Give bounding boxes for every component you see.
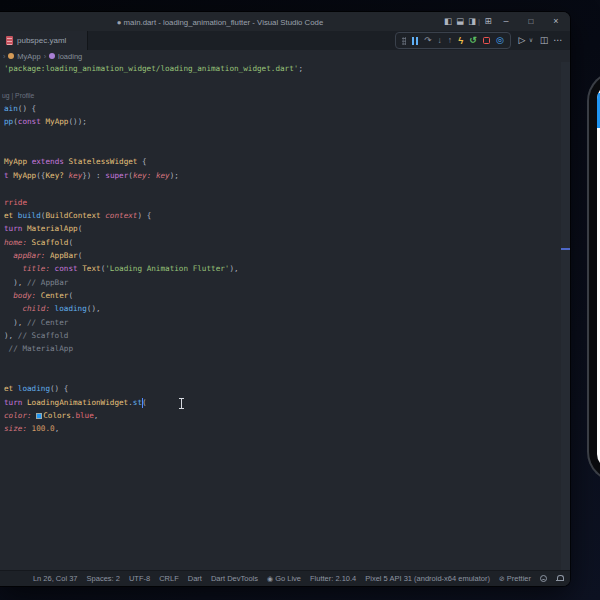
status-item-ln-26-col-37[interactable]: Ln 26, Col 37 — [33, 574, 78, 583]
code-line-12[interactable]: et build(BuildContext context) { — [4, 209, 561, 222]
split-editor-icon[interactable]: ◫ — [538, 31, 550, 50]
code-line-14[interactable]: home: Scaffold( — [4, 236, 561, 249]
code-token: context — [105, 211, 137, 220]
step-over-icon[interactable]: ↷ — [424, 36, 431, 45]
feedback-icon — [540, 575, 547, 582]
code-token: ); — [170, 171, 179, 180]
code-line-10[interactable] — [4, 182, 561, 195]
code-token — [4, 264, 22, 273]
more-actions-icon[interactable]: ⋯ — [551, 31, 565, 50]
code-token: (), — [87, 304, 101, 313]
code-token: ( — [142, 398, 147, 407]
code-token: color: — [4, 411, 36, 420]
code-line-28[interactable]: size: 100.0, — [4, 422, 561, 435]
code-token: ain — [4, 104, 18, 113]
code-line-4[interactable]: ain() { — [4, 102, 561, 115]
code-token: Key? — [45, 171, 63, 180]
title-bar[interactable]: ● main.dart - loading_animation_flutter … — [0, 12, 570, 31]
code-line-26[interactable]: turn LoadingAnimationWidget.st( — [4, 396, 561, 409]
code-editor[interactable]: 'package:loading_animation_widget/loadin… — [0, 62, 561, 570]
debug-toolbar[interactable]: ↷↓↑ϟ↺◎ — [395, 32, 511, 49]
restart-icon[interactable]: ↺ — [469, 36, 477, 45]
code-line-16[interactable]: title: const Text('Loading Animation Flu… — [4, 262, 561, 275]
breadcrumb-item-loading[interactable]: loading — [58, 52, 82, 61]
status-item-dart-devtools[interactable]: Dart DevTools — [211, 574, 258, 583]
code-token: loading — [18, 384, 50, 393]
code-token: super — [105, 171, 128, 180]
hot-reload-icon[interactable]: ϟ — [458, 36, 463, 46]
minimize-button[interactable]: – — [496, 12, 516, 31]
gripper-icon[interactable] — [402, 37, 406, 45]
code-line-8[interactable]: MyApp extends StatelessWidget { — [4, 155, 561, 168]
code-token: MaterialApp — [27, 224, 78, 233]
code-line-9[interactable]: t MyApp({Key? key}) : super(key: key); — [4, 169, 561, 182]
status-item-dart[interactable]: Dart — [188, 574, 202, 583]
code-line-13[interactable]: turn MaterialApp( — [4, 222, 561, 235]
codelens-line[interactable]: ug | Profile — [2, 89, 561, 102]
step-out-icon[interactable]: ↑ — [448, 36, 452, 45]
status-item-spaces-2[interactable]: Spaces: 2 — [87, 574, 120, 583]
code-line-23[interactable] — [4, 356, 561, 369]
phone-emulator[interactable] — [587, 71, 600, 482]
code-line-2[interactable] — [4, 75, 561, 88]
code-line-1[interactable]: 'package:loading_animation_widget/loadin… — [4, 62, 561, 75]
code-line-25[interactable]: et loading() { — [4, 382, 561, 395]
code-line-19[interactable]: child: loading(), — [4, 302, 561, 315]
code-token: MyApp — [4, 157, 27, 166]
status-item-utf-8[interactable]: UTF-8 — [129, 574, 150, 583]
code-token: Text — [82, 264, 100, 273]
code-token: ( — [78, 224, 83, 233]
breadcrumb-separator: › — [3, 53, 5, 60]
code-token: extends — [32, 157, 64, 166]
status-item-crlf[interactable]: CRLF — [159, 574, 179, 583]
code-token: ), — [4, 331, 18, 340]
code-line-24[interactable] — [4, 369, 561, 382]
code-line-7[interactable] — [4, 142, 561, 155]
code-token: loading — [55, 304, 87, 313]
color-preview-swatch — [36, 413, 42, 419]
code-line-20[interactable]: ), // Center — [4, 316, 561, 329]
code-line-18[interactable]: body: Center( — [4, 289, 561, 302]
editor-scrollbar[interactable] — [561, 62, 570, 570]
status-icon: ⊘ — [499, 575, 505, 583]
code-line-17[interactable]: ), // AppBar — [4, 276, 561, 289]
code-token: , — [94, 411, 99, 420]
code-token — [4, 304, 22, 313]
status-item-pixel-5-api-31-android-x64-emulator[interactable]: Pixel 5 API 31 (android-x64 emulator) — [365, 574, 490, 583]
code-token: // Scaffold — [18, 331, 69, 340]
status-label: Dart — [188, 574, 202, 583]
code-token: const — [18, 117, 41, 126]
maximize-button[interactable]: □ — [521, 12, 541, 31]
code-token: MyApp — [13, 171, 36, 180]
code-line-27[interactable]: color: Colors.blue, — [4, 409, 561, 422]
step-into-icon[interactable]: ↓ — [438, 36, 442, 45]
status-item-go-live[interactable]: ◉Go Live — [267, 574, 301, 583]
code-token: ) { — [137, 211, 151, 220]
toggle-panel-icon[interactable]: ◨ — [454, 12, 466, 31]
tab-pubspec-yaml[interactable]: pubspec.yaml — [0, 31, 88, 50]
pause-icon[interactable] — [412, 37, 418, 45]
code-line-6[interactable] — [4, 129, 561, 142]
notifications-item[interactable] — [556, 575, 563, 582]
status-item-flutter-2-10-4[interactable]: Flutter: 2.10.4 — [310, 574, 356, 583]
code-token: Colors — [43, 411, 71, 420]
feedback-item[interactable] — [540, 575, 547, 582]
code-line-22[interactable]: // MaterialApp — [4, 342, 561, 355]
bell-icon — [556, 575, 563, 582]
breadcrumb-item-myapp[interactable]: MyApp — [17, 52, 40, 61]
customize-layout-icon[interactable]: ⊞ — [482, 12, 494, 31]
run-dropdown-icon[interactable]: ∨ — [527, 31, 535, 50]
breadcrumb-separator: › — [44, 53, 46, 60]
inspect-widget-icon[interactable]: ◎ — [496, 36, 504, 45]
code-token: et — [4, 384, 13, 393]
code-line-15[interactable]: appBar: AppBar( — [4, 249, 561, 262]
code-token: blue — [75, 411, 93, 420]
code-token: key — [68, 171, 82, 180]
status-label: Go Live — [275, 574, 301, 583]
stop-icon[interactable] — [483, 37, 490, 44]
code-line-5[interactable]: pp(const MyApp()); — [4, 115, 561, 128]
code-line-21[interactable]: ), // Scaffold — [4, 329, 561, 342]
close-button[interactable]: × — [546, 12, 566, 31]
code-line-11[interactable]: rride — [4, 196, 561, 209]
status-item-prettier[interactable]: ⊘Prettier — [499, 574, 531, 583]
